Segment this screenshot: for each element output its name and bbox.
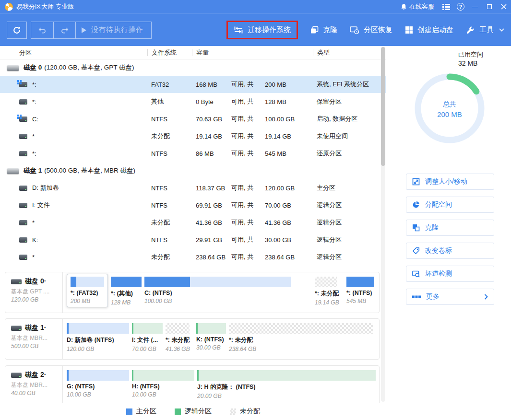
allocate-space-button[interactable]: 分配空间 — [406, 197, 494, 213]
allocate-space-label: 分配空间 — [425, 200, 452, 209]
legend-primary-swatch — [126, 408, 132, 415]
table-row[interactable]: I: 文件 NTFS 69.91 GB 可用, 共 70.00 GB 逻辑分区 — [0, 197, 386, 214]
help-button[interactable]: ? — [453, 0, 468, 13]
titlebar: 易我分区大师 专业版 在线客服 ? — [0, 0, 511, 13]
map-partition[interactable]: *: 未分配 41.36 GB — [166, 323, 193, 352]
more-button[interactable]: 更多 — [406, 289, 494, 305]
disk2-map-info[interactable]: 磁盘 2· 基本盘 MBR... 40.00 GB — [5, 366, 63, 406]
map-partition[interactable]: *: (NTFS) 545 MB — [346, 277, 374, 304]
change-label-label: 改变卷标 — [425, 246, 452, 255]
donut-total-value: 200 MB — [437, 110, 462, 118]
disk-drive-icon — [11, 373, 22, 378]
disk0-map-info[interactable]: 磁盘 0· 基本盘 GPT .... 120.00 GB — [5, 272, 63, 313]
operation-list-button[interactable] — [439, 0, 453, 13]
app-logo-icon — [5, 3, 13, 11]
minimize-button[interactable] — [468, 0, 482, 13]
map-partition[interactable]: H: (NTFS) 10.00 GB — [132, 370, 194, 398]
table-row[interactable]: *: FAT32 168 MB 可用, 共 200 MB 系统, EFI 系统分… — [0, 76, 386, 93]
table-row[interactable]: * 未分配 41.36 GB 可用, 共 41.36 GB 逻辑分区 — [0, 214, 386, 231]
table-row[interactable]: *: 其他 0 Byte 可用, 共 128 MB 保留分区 — [0, 93, 386, 110]
undo-redo-group: 没有待执行操作 — [31, 22, 152, 39]
app-title: 易我分区大师 专业版 — [16, 2, 74, 11]
disk1-info: (500.00 GB, 基本盘, MBR 磁盘) — [44, 166, 135, 175]
map-partition[interactable]: K: (NTFS) 30.00 GB — [196, 323, 226, 351]
scrollbar-thumb[interactable] — [381, 47, 385, 166]
table-row[interactable]: *: NTFS 86 MB 可用, 共 545 MB 还原分区 — [0, 145, 386, 162]
partition-recovery-icon — [350, 26, 359, 35]
map-partition[interactable]: *: (其他) 128 MB — [111, 277, 142, 306]
surface-test-button[interactable]: 坏道检测 — [406, 266, 494, 282]
undo-icon — [38, 26, 47, 34]
map-partition[interactable]: J: H 的克隆： (NTFS) 20.00 GB — [197, 370, 376, 399]
toolbar: 没有待执行操作 迁移操作系统 克隆 — [0, 13, 511, 46]
refresh-button[interactable] — [7, 22, 27, 39]
bell-icon — [401, 3, 407, 10]
legend-primary-label: 主分区 — [136, 407, 156, 416]
clone-icon — [412, 224, 420, 232]
map-partition[interactable]: D: 新加卷 (NTFS) 120.00 GB — [67, 323, 129, 352]
col-type: 类型 — [313, 49, 386, 56]
map-partition[interactable]: G: (NTFS) 10.00 GB — [67, 370, 129, 398]
col-partition: 分区 — [0, 48, 147, 57]
partition-icon — [19, 220, 27, 225]
redo-icon — [60, 26, 69, 34]
clone-label: 克隆 — [323, 25, 337, 35]
col-capacity: 容量 — [192, 49, 231, 56]
close-button[interactable] — [497, 0, 511, 13]
undo-button[interactable] — [31, 22, 53, 38]
disk1-name: 磁盘 1 — [24, 166, 42, 175]
clone-partition-button[interactable]: 克隆 — [406, 220, 494, 236]
disk1-map-info[interactable]: 磁盘 1· 基本盘 MBR... 500.00 GB — [5, 319, 63, 359]
maximize-button[interactable] — [482, 0, 497, 13]
migrate-os-button[interactable]: 迁移操作系统 — [234, 25, 291, 35]
partition-icon — [19, 255, 27, 260]
disk-drive-icon — [11, 326, 22, 331]
play-icon — [82, 27, 86, 33]
create-boot-disk-label: 创建启动盘 — [417, 25, 453, 35]
resize-move-button[interactable]: 调整大小/移动 — [406, 174, 494, 190]
legend: 主分区 逻辑分区 未分配 — [0, 403, 386, 420]
map-partition[interactable]: *: 未分配 19.14 GB — [315, 277, 344, 306]
partition-icon — [19, 99, 27, 105]
more-dots-icon — [412, 295, 421, 298]
disk1-group-header[interactable]: 磁盘 1 (500.00 GB, 基本盘, MBR 磁盘) — [0, 162, 386, 179]
table-row[interactable]: * 未分配 238.64 GB 可用, 共 238.64 GB 逻辑分区 — [0, 248, 386, 266]
map-partition[interactable]: I: 文件 (... 70.00 GB — [132, 323, 163, 352]
disk0-group-header[interactable]: 磁盘 0 (120.00 GB, 基本盘, GPT 磁盘) — [0, 59, 386, 76]
clone-toolbar-button[interactable]: 克隆 — [310, 25, 337, 35]
partition-icon — [19, 203, 27, 208]
disk0-map-panel: 磁盘 0· 基本盘 GPT .... 120.00 GB *: (FAT32) … — [5, 272, 380, 313]
tag-icon — [412, 247, 420, 255]
online-service-button[interactable]: 在线客服 — [396, 0, 439, 13]
online-service-label: 在线客服 — [409, 2, 434, 11]
map-partition[interactable]: *: 未分配 238.64 GB — [229, 323, 373, 352]
disk0-info: (120.00 GB, 基本盘, GPT 磁盘) — [44, 63, 134, 72]
tools-button[interactable]: 工具 — [466, 25, 504, 35]
wrench-icon — [466, 26, 475, 35]
used-space-label: 已用空间 — [458, 50, 483, 59]
pending-operations-label: 没有待执行操作 — [91, 25, 143, 35]
col-filesystem: 文件系统 — [147, 49, 192, 56]
chevron-right-icon — [484, 294, 488, 300]
pie-chart-icon — [412, 201, 420, 209]
map-partition-selected[interactable]: *: (FAT32) 200 MB — [67, 274, 108, 307]
tools-label: 工具 — [479, 25, 494, 35]
clone-partition-label: 克隆 — [425, 223, 439, 232]
menu-list-icon — [442, 4, 450, 10]
surface-test-icon — [412, 270, 420, 278]
legend-unallocated-swatch — [230, 408, 236, 415]
change-label-button[interactable]: 改变卷标 — [406, 243, 494, 259]
table-row[interactable]: D: 新加卷 NTFS 118.37 GB 可用, 共 120.00 GB 主分… — [0, 179, 386, 197]
map-partition[interactable]: C: (NTFS) 100.00 GB — [144, 277, 291, 304]
partition-recovery-button[interactable]: 分区恢复 — [350, 25, 392, 35]
execute-operations-button[interactable]: 没有待执行操作 — [75, 22, 151, 38]
redo-button[interactable] — [53, 22, 75, 38]
clone-icon — [310, 26, 319, 34]
create-boot-disk-button[interactable]: 创建启动盘 — [405, 25, 453, 35]
partition-recovery-label: 分区恢复 — [364, 25, 392, 35]
right-panel: 已用空间 32 MB 总共 200 MB 调整大小/移动 分配空间 克隆 — [386, 46, 511, 420]
table-row[interactable]: * 未分配 19.14 GB 可用, 共 19.14 GB 未使用空间 — [0, 128, 386, 145]
disk1-map-panel: 磁盘 1· 基本盘 MBR... 500.00 GB D: 新加卷 (NTFS)… — [5, 318, 380, 360]
table-row[interactable]: C: NTFS 70.63 GB 可用, 共 100.00 GB 启动, 数据分… — [0, 110, 386, 128]
table-row[interactable]: K: NTFS 29.91 GB 可用, 共 30.00 GB 逻辑分区 — [0, 231, 386, 248]
